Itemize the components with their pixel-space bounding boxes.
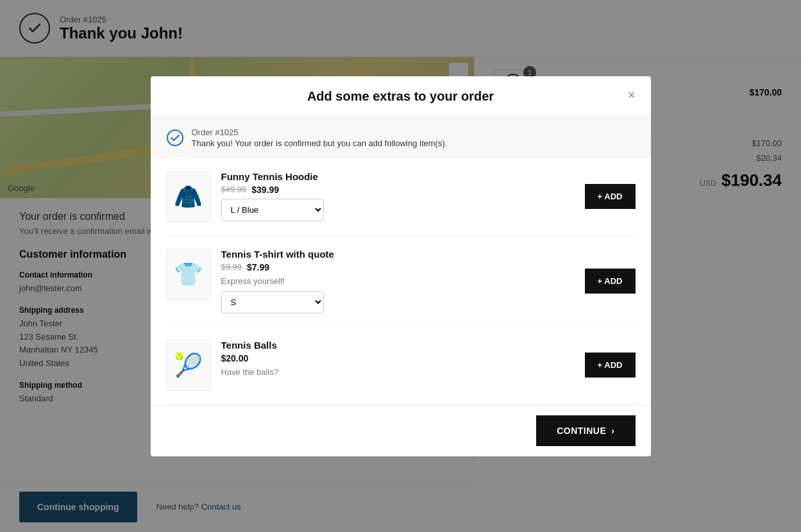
modal-notice: Order #1025 Thank you! Your order is con… [151,117,651,158]
svg-point-11 [167,130,183,145]
tshirt-price-sale: $7.99 [247,262,269,272]
continue-label: CONTINUE [557,426,606,436]
product-info-hoodie: Funny Tennis Hoodie $49.99 $39.99 S / Bl… [221,171,575,221]
balls-name: Tennis Balls [221,340,575,351]
tshirt-price-original: $9.99 [221,262,242,272]
tshirt-add-button[interactable]: + ADD [585,269,636,294]
product-row-balls: 🎾 Tennis Balls $20.00 Have the balls? + … [166,327,636,404]
tshirt-size-select[interactable]: S M L XL [221,291,324,313]
product-info-balls: Tennis Balls $20.00 Have the balls? [221,340,575,382]
balls-icon: 🎾 [174,352,203,379]
modal-close-button[interactable]: × [623,87,641,104]
balls-price-row: $20.00 [221,353,575,363]
tshirt-desc: Express yourself! [221,276,575,286]
product-image-hoodie: 🧥 [166,171,211,222]
balls-price: $20.00 [221,353,249,363]
hoodie-add-button[interactable]: + ADD [585,184,636,209]
hoodie-icon: 🧥 [174,183,203,210]
continue-arrow-icon: › [611,426,614,436]
hoodie-price-original: $49.99 [221,185,247,194]
hoodie-add-label: + ADD [598,192,623,201]
background-page: Order #1025 Thank you John! 90 Google Yo… [0,0,801,532]
modal-header: Add some extras to your order × [151,76,651,117]
modal-body: 🧥 Funny Tennis Hoodie $49.99 $39.99 S / … [151,158,651,404]
notice-text-block: Order #1025 Thank you! Your order is con… [192,128,448,148]
balls-add-button[interactable]: + ADD [585,353,636,378]
tshirt-icon: 👕 [174,261,203,288]
product-image-tshirt: 👕 [166,249,211,300]
hoodie-name: Funny Tennis Hoodie [221,171,575,182]
product-image-balls: 🎾 [166,340,211,391]
hoodie-price-row: $49.99 $39.99 [221,185,575,195]
product-row-hoodie: 🧥 Funny Tennis Hoodie $49.99 $39.99 S / … [166,158,636,236]
balls-desc: Have the balls? [221,367,575,377]
tshirt-name: Tennis T-shirt with quote [221,249,575,260]
continue-button[interactable]: CONTINUE › [536,415,635,446]
modal-footer: CONTINUE › [151,404,651,456]
modal: Add some extras to your order × Order #1… [151,76,651,456]
modal-title: Add some extras to your order [307,89,494,103]
modal-overlay: Add some extras to your order × Order #1… [0,0,801,532]
hoodie-price-sale: $39.99 [251,185,279,195]
balls-add-label: + ADD [598,360,623,370]
product-info-tshirt: Tennis T-shirt with quote $9.99 $7.99 Ex… [221,249,575,313]
product-row-tshirt: 👕 Tennis T-shirt with quote $9.99 $7.99 … [166,236,636,327]
notice-text: Thank you! Your order is confirmed but y… [192,138,448,148]
hoodie-size-select[interactable]: S / Blue M / Blue L / Blue XL / Blue S /… [221,199,324,221]
notice-check-icon [166,129,184,147]
tshirt-add-label: + ADD [598,276,623,286]
notice-order-number: Order #1025 [192,128,448,137]
tshirt-price-row: $9.99 $7.99 [221,262,575,272]
